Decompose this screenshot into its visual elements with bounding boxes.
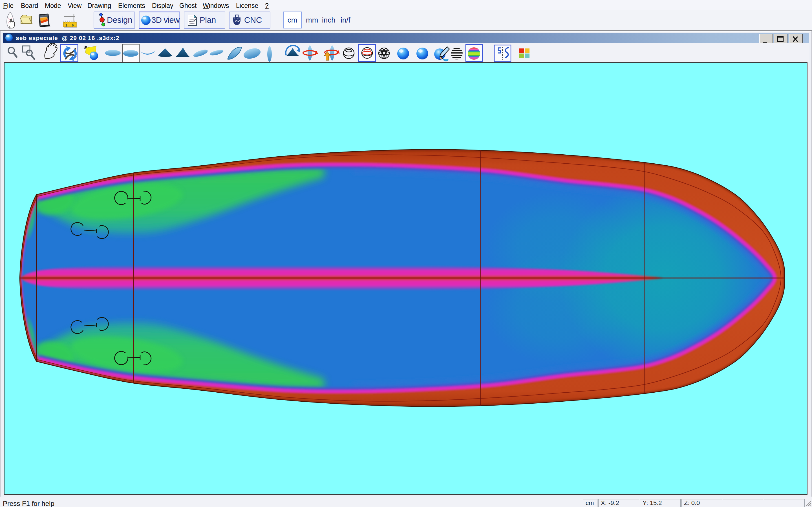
svg-text:0: 0 [72,24,73,27]
svg-text:1: 1 [65,24,67,27]
